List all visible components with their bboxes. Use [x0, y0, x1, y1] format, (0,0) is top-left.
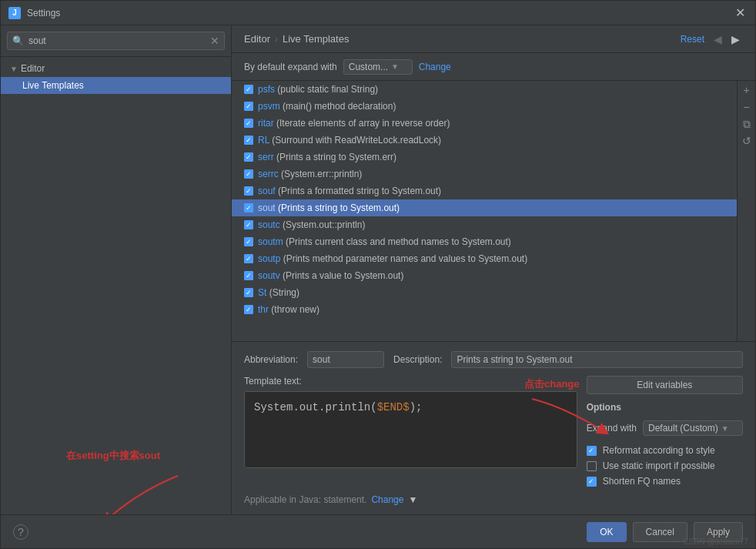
template-text: psvm (main() method declaration): [258, 101, 396, 112]
applicable-change-link[interactable]: Change: [371, 494, 403, 505]
template-row[interactable]: soutc (System.out::println): [232, 216, 737, 233]
reformat-checkbox[interactable]: [587, 446, 597, 456]
back-nav-button[interactable]: ◀: [711, 32, 725, 47]
template-checkbox[interactable]: [244, 119, 253, 128]
dialog-footer: ? OK Cancel Apply CSDN @sedsee77: [1, 514, 755, 548]
applicable-arrow-icon[interactable]: ▼: [408, 494, 417, 505]
template-row[interactable]: ritar (Iterate elements of array in reve…: [232, 115, 737, 132]
template-section: Template text: System.out.println($END$)…: [244, 376, 743, 487]
applicable-text: Applicable in Java: statement.: [244, 494, 366, 505]
cancel-button[interactable]: Cancel: [633, 522, 687, 542]
template-checkbox[interactable]: [244, 102, 253, 111]
sidebar: 🔍 ✕ ▼ Editor Live Templates: [1, 25, 232, 514]
watermark: CSDN @sedsee77: [683, 537, 748, 546]
template-checkbox[interactable]: [244, 136, 253, 145]
template-desc: (Prints a value to System.out): [280, 270, 404, 281]
dialog-title: Settings: [27, 8, 60, 18]
template-name: St: [258, 287, 266, 298]
template-row[interactable]: souf (Prints a formatted string to Syste…: [232, 182, 737, 199]
template-desc: (Surround with ReadWriteLock.readLock): [269, 135, 441, 146]
template-row[interactable]: sout (Prints a string to System.out): [232, 199, 737, 216]
close-button[interactable]: ✕: [732, 5, 748, 21]
template-checkbox[interactable]: [244, 288, 253, 297]
search-input[interactable]: [28, 35, 206, 46]
template-code-box[interactable]: System.out.println($END$);: [244, 391, 577, 468]
applicable-row: Applicable in Java: statement. Change ▼: [244, 494, 743, 505]
expand-with-row: Expand with Default (Custom) ▼: [587, 420, 743, 436]
breadcrumb-bar: Editor › Live Templates Reset ◀ ▶: [232, 25, 755, 53]
dropdown-value: Custom...: [349, 62, 388, 72]
template-text: St (String): [258, 287, 299, 298]
template-checkbox[interactable]: [244, 203, 253, 213]
template-checkbox[interactable]: [244, 237, 253, 246]
expand-label: By default expand with: [244, 62, 337, 72]
template-checkbox[interactable]: [244, 220, 253, 229]
breadcrumb-live-templates: Live Templates: [283, 33, 349, 45]
bottom-panel: Abbreviation: Description: Template text…: [232, 341, 755, 514]
option-row-shorten-fq: Shorten FQ names: [587, 476, 743, 487]
shorten-fq-checkbox[interactable]: [587, 477, 597, 487]
right-panel: Editor › Live Templates Reset ◀ ▶ By def…: [232, 25, 755, 514]
edit-variables-button[interactable]: Edit variables: [587, 376, 743, 394]
add-template-button[interactable]: +: [739, 82, 754, 98]
copy-template-button[interactable]: ⧉: [739, 116, 754, 132]
template-text: ritar (Iterate elements of array in reve…: [258, 118, 450, 129]
template-row[interactable]: soutm (Prints current class and method n…: [232, 233, 737, 250]
template-desc: (Prints current class and method names t…: [283, 236, 511, 247]
template-desc: (String): [266, 287, 299, 298]
sidebar-item-editor[interactable]: ▼ Editor: [1, 60, 231, 77]
code-text: System.out.println($END$);: [254, 401, 422, 413]
template-row[interactable]: serr (Prints a string to System.err): [232, 149, 737, 166]
reset-button[interactable]: Reset: [677, 32, 707, 46]
sidebar-item-live-templates[interactable]: Live Templates: [1, 77, 231, 94]
template-text: RL (Surround with ReadWriteLock.readLock…: [258, 135, 441, 146]
template-checkbox[interactable]: [244, 254, 253, 263]
template-row[interactable]: serrc (System.err::println): [232, 166, 737, 182]
template-name: soutm: [258, 236, 283, 247]
template-desc: (Prints a string to System.err): [274, 152, 396, 162]
search-clear-button[interactable]: ✕: [210, 35, 219, 47]
ok-button[interactable]: OK: [587, 522, 626, 542]
template-checkbox[interactable]: [244, 152, 253, 162]
template-row[interactable]: St (String): [232, 284, 737, 301]
abbreviation-input[interactable]: [307, 351, 384, 368]
change-link[interactable]: Change: [419, 62, 451, 72]
template-desc: (System.out::println): [280, 219, 366, 230]
template-checkbox[interactable]: [244, 271, 253, 280]
template-text: soutp (Prints method parameter names and…: [258, 253, 527, 264]
expand-bar: By default expand with Custom... ▼ Chang…: [232, 53, 755, 81]
template-row[interactable]: psvm (main() method declaration): [232, 98, 737, 115]
forward-nav-button[interactable]: ▶: [728, 32, 743, 47]
static-import-label: Use static import if possible: [603, 460, 715, 471]
reformat-label: Reformat according to style: [603, 445, 715, 456]
remove-template-button[interactable]: −: [739, 99, 754, 115]
expand-with-dropdown[interactable]: Default (Custom) ▼: [643, 420, 743, 436]
template-checkbox[interactable]: [244, 305, 253, 314]
expand-with-arrow-icon: ▼: [721, 424, 729, 433]
template-checkbox[interactable]: [244, 186, 253, 196]
help-button[interactable]: ?: [13, 524, 28, 540]
template-text-label: Template text:: [244, 376, 577, 387]
app-icon: J: [8, 7, 21, 19]
template-row[interactable]: psfs (public static final String): [232, 81, 737, 98]
template-desc: (Prints a string to System.out): [276, 203, 400, 213]
template-checkbox[interactable]: [244, 85, 253, 94]
template-name: psvm: [258, 101, 280, 112]
undo-template-button[interactable]: ↺: [739, 133, 754, 149]
template-name: soutc: [258, 219, 280, 230]
static-import-checkbox[interactable]: [587, 461, 597, 471]
description-input[interactable]: [451, 351, 743, 368]
abbreviation-label: Abbreviation:: [244, 354, 298, 365]
search-icon: 🔍: [12, 35, 24, 46]
template-row[interactable]: thr (throw new): [232, 301, 737, 318]
breadcrumb-editor: Editor: [244, 33, 270, 45]
template-name: thr: [258, 304, 269, 315]
template-checkbox[interactable]: [244, 169, 253, 179]
expand-dropdown[interactable]: Custom... ▼: [343, 59, 413, 75]
template-row[interactable]: RL (Surround with ReadWriteLock.readLock…: [232, 132, 737, 149]
sidebar-tree: ▼ Editor Live Templates: [1, 57, 231, 514]
template-row[interactable]: soutv (Prints a value to System.out): [232, 267, 737, 284]
template-row[interactable]: soutp (Prints method parameter names and…: [232, 250, 737, 267]
templates-list: psfs (public static final String)psvm (m…: [232, 81, 737, 341]
dropdown-arrow-icon: ▼: [391, 62, 399, 71]
